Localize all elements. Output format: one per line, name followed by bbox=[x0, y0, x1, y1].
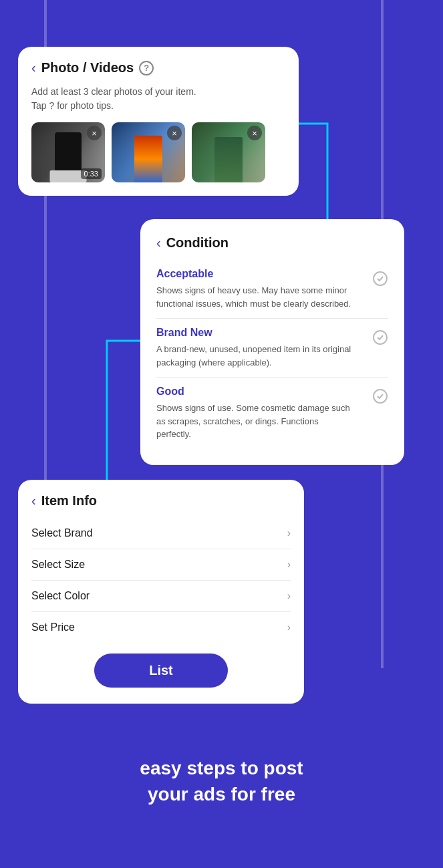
condition-card: ‹ Condition Acceptable Shows signs of he… bbox=[140, 219, 404, 465]
select-brand-label: Select Brand bbox=[31, 527, 93, 539]
check-icon-brand-new bbox=[372, 329, 388, 345]
condition-item-brand-new[interactable]: Brand New A brand-new, unused, unopened … bbox=[156, 319, 388, 378]
photo-card-title: Photo / Videos bbox=[41, 60, 134, 76]
bottom-text-section: easy steps to post your ads for free bbox=[0, 755, 443, 807]
condition-desc-acceptable: Shows signs of heavy use. May have some … bbox=[156, 284, 372, 310]
set-price-row[interactable]: Set Price › bbox=[31, 612, 291, 643]
condition-card-title: Condition bbox=[166, 235, 229, 251]
condition-name-acceptable: Acceptable bbox=[156, 268, 372, 280]
condition-card-header: ‹ Condition bbox=[156, 235, 388, 251]
chevron-right-color: › bbox=[287, 590, 291, 602]
item-info-card: ‹ Item Info Select Brand › Select Size ›… bbox=[18, 480, 304, 704]
svg-point-4 bbox=[374, 272, 387, 285]
svg-point-6 bbox=[374, 390, 387, 403]
svg-point-5 bbox=[374, 331, 387, 344]
select-color-row[interactable]: Select Color › bbox=[31, 581, 291, 612]
condition-item-good[interactable]: Good Shows signs of use. Some cosmetic d… bbox=[156, 378, 388, 449]
photo-card-header: ‹ Photo / Videos ? bbox=[31, 60, 285, 76]
chevron-right-price: › bbox=[287, 621, 291, 633]
check-icon-acceptable bbox=[372, 271, 388, 287]
select-size-label: Select Size bbox=[31, 559, 85, 571]
item-info-header: ‹ Item Info bbox=[31, 493, 291, 509]
photo-thumb-1[interactable]: × 0:33 bbox=[31, 122, 105, 182]
help-icon[interactable]: ? bbox=[139, 61, 154, 76]
condition-name-good: Good bbox=[156, 386, 372, 398]
condition-desc-brand-new: A brand-new, unused, unopened item in it… bbox=[156, 343, 372, 369]
check-icon-good bbox=[372, 388, 388, 404]
video-badge-1: 0:33 bbox=[81, 168, 102, 179]
condition-back-arrow[interactable]: ‹ bbox=[156, 235, 161, 251]
item-info-back-arrow[interactable]: ‹ bbox=[31, 493, 36, 509]
select-color-label: Select Color bbox=[31, 590, 90, 602]
photo-videos-card: ‹ Photo / Videos ? Add at least 3 clear … bbox=[18, 47, 299, 196]
photo-thumb-2[interactable]: × bbox=[112, 122, 185, 182]
chevron-right-size: › bbox=[287, 559, 291, 571]
condition-item-acceptable[interactable]: Acceptable Shows signs of heavy use. May… bbox=[156, 260, 388, 319]
condition-desc-good: Shows signs of use. Some cosmetic damage… bbox=[156, 402, 372, 441]
condition-name-brand-new: Brand New bbox=[156, 327, 372, 339]
chevron-right-brand: › bbox=[287, 527, 291, 539]
photo-grid: × 0:33 × × bbox=[31, 122, 285, 182]
back-arrow-icon[interactable]: ‹ bbox=[31, 60, 36, 76]
set-price-label: Set Price bbox=[31, 621, 75, 633]
photo-thumb-3[interactable]: × bbox=[192, 122, 265, 182]
select-size-row[interactable]: Select Size › bbox=[31, 549, 291, 581]
list-button[interactable]: List bbox=[94, 654, 228, 688]
photo-hint: Add at least 3 clear photos of your item… bbox=[31, 85, 285, 113]
bottom-text-line2: your ads for free bbox=[0, 781, 443, 807]
bottom-text-line1: easy steps to post bbox=[0, 755, 443, 781]
item-info-title: Item Info bbox=[41, 493, 97, 509]
select-brand-row[interactable]: Select Brand › bbox=[31, 518, 291, 549]
